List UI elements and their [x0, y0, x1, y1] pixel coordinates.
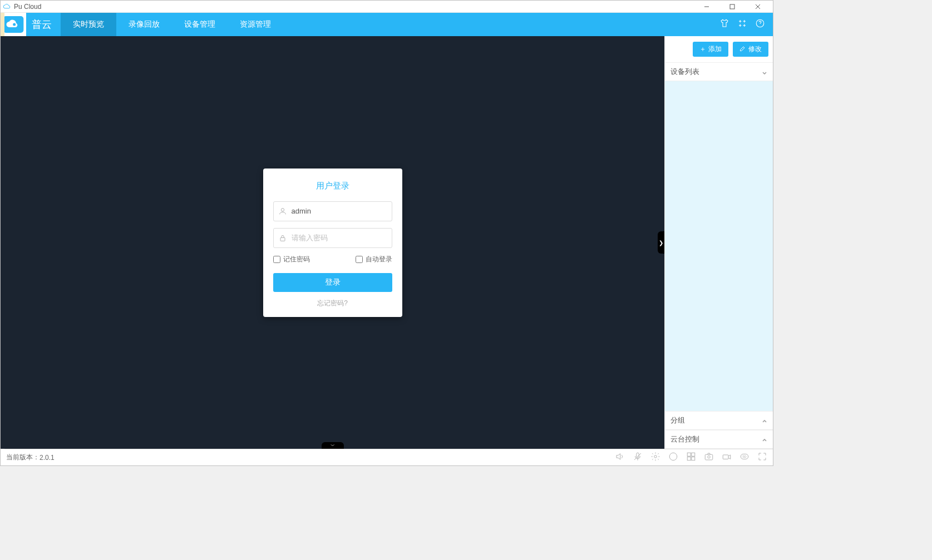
- titlebar: Pu Cloud: [1, 1, 773, 13]
- shortcut-icon[interactable]: [737, 18, 747, 31]
- remember-password-input[interactable]: [273, 256, 280, 263]
- skin-icon[interactable]: [719, 18, 729, 31]
- app-cloud-icon: [3, 3, 11, 11]
- status-bar: 当前版本： 2.0.1 SD: [1, 449, 773, 465]
- remember-password-checkbox[interactable]: 记住密码: [273, 255, 310, 264]
- statusbar-icons: SD: [615, 452, 767, 463]
- tab-device-mgmt[interactable]: 设备管理: [172, 13, 228, 36]
- volume-icon[interactable]: [615, 452, 625, 463]
- app-window: Pu Cloud 普云 实时预览 录像回放 设备管理 资源管理 用户登: [0, 0, 773, 466]
- tab-realtime-preview[interactable]: 实时预览: [61, 13, 116, 36]
- svg-rect-16: [692, 457, 695, 460]
- quality-icon[interactable]: SD: [739, 452, 749, 463]
- device-list-body: [665, 81, 773, 411]
- edit-button-label: 修改: [748, 44, 762, 54]
- edit-button[interactable]: 修改: [733, 42, 768, 57]
- password-field-wrap: [273, 228, 392, 248]
- app-body: 用户登录 记住密码 自动登录: [1, 36, 773, 449]
- window-controls: [694, 1, 771, 13]
- username-input[interactable]: [292, 207, 387, 215]
- maximize-button[interactable]: [719, 1, 745, 13]
- svg-rect-15: [687, 457, 691, 460]
- help-icon[interactable]: [755, 18, 765, 31]
- tab-playback[interactable]: 录像回放: [116, 13, 172, 36]
- bottom-expand-handle[interactable]: ﹀: [322, 442, 344, 449]
- ptz-header[interactable]: 云台控制: [665, 430, 773, 449]
- svg-rect-14: [692, 453, 695, 456]
- svg-point-18: [708, 456, 711, 459]
- ptz-header-label: 云台控制: [670, 434, 699, 444]
- tab-resource-mgmt[interactable]: 资源管理: [228, 13, 283, 36]
- device-list-header[interactable]: 设备列表: [665, 62, 773, 81]
- auto-login-input[interactable]: [356, 256, 363, 263]
- brand-name: 普云: [26, 13, 61, 36]
- svg-point-7: [281, 208, 284, 211]
- edit-icon: [739, 45, 746, 53]
- user-icon: [278, 207, 287, 216]
- remember-password-label: 记住密码: [283, 255, 310, 264]
- svg-rect-1: [730, 4, 734, 9]
- right-panel-actions: ＋ 添加 修改: [665, 36, 773, 62]
- camera-icon[interactable]: [722, 452, 732, 463]
- svg-point-5: [13, 23, 16, 26]
- add-button-label: 添加: [708, 44, 722, 54]
- svg-text:SD: SD: [742, 455, 747, 458]
- right-expand-handle[interactable]: ❯: [658, 231, 664, 254]
- group-header[interactable]: 分组: [665, 411, 773, 430]
- username-field-wrap: [273, 201, 392, 221]
- group-header-label: 分组: [670, 415, 685, 425]
- auto-login-checkbox[interactable]: 自动登录: [356, 255, 392, 264]
- svg-point-11: [654, 455, 657, 458]
- device-list-header-label: 设备列表: [670, 67, 699, 77]
- version-label: 当前版本：: [6, 453, 40, 462]
- svg-rect-13: [687, 453, 691, 456]
- window-title: Pu Cloud: [14, 3, 41, 11]
- login-button[interactable]: 登录: [273, 273, 392, 292]
- topnav-right: [719, 13, 773, 36]
- auto-login-label: 自动登录: [366, 255, 392, 264]
- plus-icon: ＋: [699, 44, 706, 54]
- login-title: 用户登录: [273, 181, 392, 191]
- right-panel-footer: 分组 云台控制: [665, 411, 773, 449]
- chevron-up-icon: [762, 418, 767, 423]
- top-nav: 普云 实时预览 录像回放 设备管理 资源管理: [1, 13, 773, 36]
- fullscreen-icon[interactable]: [757, 452, 767, 463]
- chevron-up-icon: [762, 437, 767, 442]
- right-panel: ＋ 添加 修改 设备列表 分组 云台控制: [664, 36, 773, 449]
- minimize-button[interactable]: [694, 1, 719, 13]
- login-dialog: 用户登录 记住密码 自动登录: [263, 169, 402, 317]
- record-icon[interactable]: [668, 452, 678, 463]
- svg-rect-8: [280, 237, 285, 241]
- version-value: 2.0.1: [40, 454, 55, 462]
- svg-rect-19: [723, 455, 728, 459]
- nav-tabs: 实时预览 录像回放 设备管理 资源管理: [61, 13, 283, 36]
- layout-icon[interactable]: [686, 452, 696, 463]
- login-options: 记住密码 自动登录: [273, 255, 392, 264]
- mic-icon[interactable]: [633, 452, 643, 463]
- svg-point-12: [669, 453, 677, 460]
- video-viewport: 用户登录 记住密码 自动登录: [1, 36, 664, 449]
- svg-rect-17: [705, 454, 713, 460]
- snapshot-icon[interactable]: [704, 452, 714, 463]
- settings-icon[interactable]: [650, 452, 660, 463]
- password-input[interactable]: [292, 234, 387, 242]
- add-button[interactable]: ＋ 添加: [693, 42, 728, 57]
- chevron-down-icon: [762, 69, 767, 75]
- close-button[interactable]: [745, 1, 771, 13]
- forgot-password-link[interactable]: 忘记密码?: [273, 299, 392, 308]
- lock-icon: [278, 234, 287, 242]
